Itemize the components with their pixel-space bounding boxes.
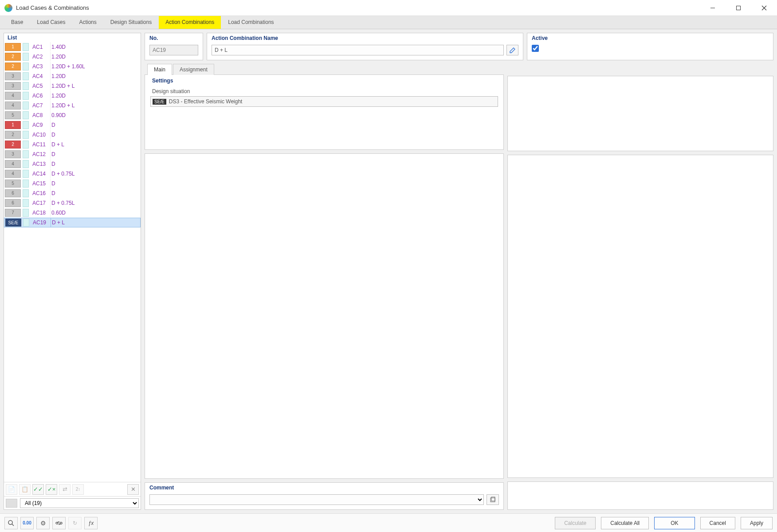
- list-row[interactable]: 4AC14D + 0.75L: [4, 169, 141, 179]
- tab-load-cases[interactable]: Load Cases: [30, 16, 72, 29]
- search-icon[interactable]: [4, 517, 18, 529]
- comment-input[interactable]: [149, 494, 484, 505]
- dsit-value: DS3 - Effective Seismic Weight: [169, 98, 243, 105]
- list-swatch: [23, 131, 29, 139]
- name-input[interactable]: [212, 45, 504, 55]
- no-label: No.: [145, 33, 203, 43]
- list-desc: D: [50, 120, 141, 129]
- filter-swatch: [6, 499, 17, 508]
- window-maximize[interactable]: [726, 0, 751, 16]
- list-row[interactable]: 6AC16D: [4, 188, 141, 198]
- check-all-icon[interactable]: ✓✓: [32, 484, 44, 495]
- new-icon: 📄: [6, 484, 17, 495]
- list-badge: 3: [5, 72, 21, 80]
- list-swatch: [23, 160, 29, 168]
- edit-name-icon[interactable]: [506, 45, 518, 55]
- tab-base[interactable]: Base: [4, 16, 30, 29]
- no-card: No.: [145, 33, 203, 60]
- list-row[interactable]: 4AC61.20D: [4, 91, 141, 101]
- active-checkbox[interactable]: [532, 45, 539, 52]
- ok-button[interactable]: OK: [654, 517, 695, 529]
- list-ac: AC18: [29, 210, 50, 216]
- list-ac: AC12: [29, 151, 50, 157]
- svg-point-6: [8, 520, 12, 524]
- list-ac: AC16: [29, 190, 50, 196]
- app-icon: [4, 4, 12, 12]
- function-icon[interactable]: ƒx: [84, 517, 98, 529]
- list-row[interactable]: 5AC15D: [4, 179, 141, 188]
- list-swatch: [23, 199, 29, 207]
- list-badge: 1: [5, 43, 21, 51]
- window-minimize[interactable]: [700, 0, 726, 16]
- active-card: Active: [527, 33, 773, 60]
- delete-icon[interactable]: ✕: [127, 484, 139, 495]
- list-ac: AC1: [29, 44, 50, 50]
- list-desc: D + L: [51, 218, 140, 227]
- list-desc: D: [50, 159, 141, 168]
- list-row[interactable]: 4AC71.20D + L: [4, 101, 141, 110]
- comment-label: Comment: [145, 483, 503, 493]
- list-ac: AC7: [29, 102, 50, 109]
- list-badge: 5: [5, 111, 21, 119]
- filter-row: All (19): [4, 496, 141, 509]
- window-close[interactable]: [751, 0, 777, 16]
- list-desc: 1.20D + L: [50, 81, 141, 90]
- comment-browse-icon[interactable]: [487, 494, 499, 505]
- list-row[interactable]: 1AC11.40D: [4, 42, 141, 52]
- list-desc: 0.90D: [50, 110, 141, 120]
- list-badge: 2: [5, 131, 21, 139]
- list-row[interactable]: 3AC51.20D + L: [4, 81, 141, 91]
- list-row[interactable]: 2AC31.20D + 1.60L: [4, 62, 141, 71]
- list-swatch: [23, 209, 29, 217]
- list-desc: 0.60D: [50, 208, 141, 217]
- tab-actions[interactable]: Actions: [72, 16, 103, 29]
- tab-action-combinations[interactable]: Action Combinations: [159, 16, 221, 29]
- design-situation-field[interactable]: SE/E DS3 - Effective Seismic Weight: [150, 96, 498, 107]
- settings-title: Settings: [145, 75, 503, 85]
- empty-card-right-bottom: [507, 481, 773, 510]
- list-row[interactable]: 7AC180.60D: [4, 208, 141, 218]
- list-row[interactable]: 4AC13D: [4, 159, 141, 169]
- window-title: Load Cases & Combinations: [16, 4, 700, 11]
- mid-col-left: Main Assignment Settings Design situatio…: [145, 64, 504, 510]
- empty-card-right-mid: [507, 155, 773, 478]
- mid-col-right: [507, 64, 773, 510]
- sub-tabs: Main Assignment: [147, 64, 504, 75]
- list-row[interactable]: 1AC9D: [4, 120, 141, 130]
- uncheck-all-icon[interactable]: ✓×: [46, 484, 57, 495]
- list-row[interactable]: 2AC10D: [4, 130, 141, 140]
- top-row: No. Action Combination Name Active: [145, 33, 773, 60]
- list-badge: 2: [5, 141, 21, 149]
- list-row[interactable]: SE/EAC19D + L: [4, 218, 141, 227]
- subtab-main[interactable]: Main: [147, 64, 172, 75]
- list-badge: 2: [5, 63, 21, 70]
- list-ac: AC13: [29, 161, 50, 167]
- calculate-all-button[interactable]: Calculate All: [601, 517, 649, 529]
- list-row[interactable]: 3AC41.20D: [4, 71, 141, 81]
- list-ac: AC5: [29, 83, 50, 89]
- list-swatch: [23, 121, 29, 129]
- list-row[interactable]: 2AC21.20D: [4, 52, 141, 62]
- svg-rect-5: [491, 497, 495, 501]
- list-row[interactable]: 6AC17D + 0.75L: [4, 198, 141, 208]
- list-row[interactable]: 2AC11D + L: [4, 140, 141, 149]
- list-row[interactable]: 5AC80.90D: [4, 110, 141, 120]
- list-ac: AC11: [29, 141, 50, 148]
- list-desc: 1.20D: [50, 91, 141, 100]
- subtab-assignment[interactable]: Assignment: [173, 64, 214, 75]
- list-ac: AC8: [29, 112, 50, 118]
- list-badge: 5: [5, 180, 21, 188]
- list-row[interactable]: 3AC12D: [4, 149, 141, 159]
- filter-select[interactable]: All (19): [20, 498, 139, 508]
- list-badge: 7: [5, 209, 21, 217]
- title-bar: Load Cases & Combinations: [0, 0, 777, 16]
- tab-design-situations[interactable]: Design Situations: [104, 16, 158, 29]
- list-ac: AC2: [29, 54, 50, 60]
- list-badge: 4: [5, 92, 21, 100]
- wizard-icon[interactable]: ⚙: [36, 517, 50, 529]
- tab-load-combinations[interactable]: Load Combinations: [221, 16, 280, 29]
- cancel-button[interactable]: Cancel: [700, 517, 735, 529]
- units-icon[interactable]: 0.00: [20, 517, 34, 529]
- apply-button[interactable]: Apply: [741, 517, 773, 529]
- link-icon[interactable]: [52, 517, 66, 529]
